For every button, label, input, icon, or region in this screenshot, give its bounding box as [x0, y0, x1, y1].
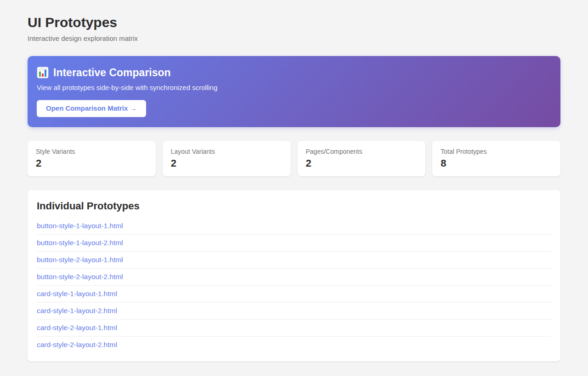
list-item: button-style-1-layout-1.html	[37, 218, 551, 235]
prototype-link[interactable]: card-style-1-layout-2.html	[37, 307, 117, 314]
banner-title: Interactive Comparison	[37, 67, 551, 79]
individual-prototypes-card: Individual Prototypes button-style-1-lay…	[28, 190, 560, 361]
list-item: button-style-1-layout-2.html	[37, 235, 551, 252]
prototype-link[interactable]: button-style-1-layout-1.html	[37, 222, 123, 230]
prototype-link[interactable]: button-style-2-layout-1.html	[37, 256, 123, 264]
list-item: button-style-2-layout-2.html	[37, 269, 551, 286]
stat-card-style-variants: Style Variants 2	[28, 141, 156, 176]
banner-title-text: Interactive Comparison	[53, 67, 171, 79]
prototype-link[interactable]: card-style-1-layout-1.html	[37, 290, 117, 297]
stat-value: 2	[36, 158, 147, 169]
stat-label: Style Variants	[36, 148, 147, 155]
stat-card-layout-variants: Layout Variants 2	[163, 141, 291, 176]
stat-card-pages-components: Pages/Components 2	[298, 141, 426, 176]
prototype-link[interactable]: card-style-2-layout-2.html	[37, 341, 117, 348]
open-comparison-matrix-button[interactable]: Open Comparison Matrix →	[37, 100, 146, 117]
stat-label: Layout Variants	[171, 148, 283, 155]
prototype-list: button-style-1-layout-1.html button-styl…	[37, 218, 551, 353]
stat-label: Total Prototypes	[441, 148, 552, 155]
bar-chart-icon	[37, 67, 49, 79]
page-subtitle: Interactive design exploration matrix	[28, 34, 560, 42]
stats-row: Style Variants 2 Layout Variants 2 Pages…	[28, 141, 560, 176]
banner-description: View all prototypes side-by-side with sy…	[37, 84, 551, 91]
page-title: UI Prototypes	[28, 15, 560, 31]
list-item: card-style-1-layout-1.html	[37, 286, 551, 303]
stat-value: 2	[306, 158, 418, 169]
prototype-link[interactable]: button-style-1-layout-2.html	[37, 239, 123, 247]
prototype-link[interactable]: card-style-2-layout-1.html	[37, 324, 117, 331]
page: UI Prototypes Interactive design explora…	[0, 0, 588, 376]
stat-card-total-prototypes: Total Prototypes 8	[432, 141, 560, 176]
list-item: card-style-1-layout-2.html	[37, 303, 551, 320]
list-item: card-style-2-layout-1.html	[37, 320, 551, 337]
prototype-link[interactable]: button-style-2-layout-2.html	[37, 273, 123, 281]
stat-value: 8	[441, 158, 552, 169]
interactive-comparison-banner: Interactive Comparison View all prototyp…	[28, 56, 560, 127]
list-item: card-style-2-layout-2.html	[37, 337, 551, 353]
content-container: UI Prototypes Interactive design explora…	[28, 0, 560, 376]
individual-prototypes-title: Individual Prototypes	[37, 200, 551, 212]
stat-label: Pages/Components	[306, 148, 418, 155]
stat-value: 2	[171, 158, 283, 169]
list-item: button-style-2-layout-1.html	[37, 252, 551, 269]
